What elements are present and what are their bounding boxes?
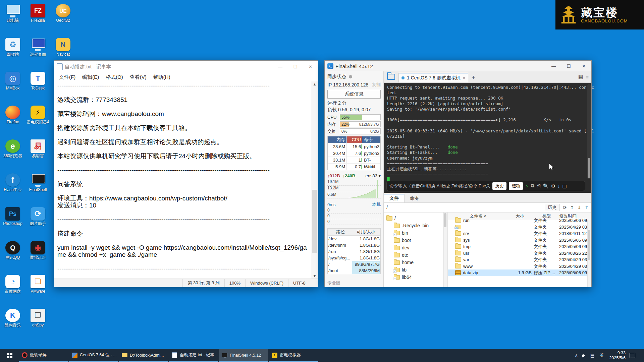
desktop-icon-todesk[interactable]: TToDesk — [25, 72, 51, 90]
volume-icon[interactable] — [582, 354, 586, 358]
desktop-icon-tencent-qq[interactable]: Q腾讯QQ — [0, 241, 25, 260]
upload-icon[interactable]: ⇑ — [585, 205, 589, 210]
ping-host[interactable]: 本机 — [372, 201, 381, 207]
new-tab-button[interactable]: + — [472, 74, 475, 81]
desktop-icon-mmbox[interactable]: ◎MMBox — [0, 72, 25, 90]
desktop-icon-ldplayer4[interactable]: ⚡雷电模拟器4 — [25, 106, 51, 124]
file-row[interactable]: run文件夹2025/05/06 09 — [448, 217, 591, 224]
desktop-icon-360-browser[interactable]: e360浏览器 — [0, 139, 25, 158]
close-tab-icon[interactable]: × — [463, 75, 466, 80]
action-center-icon[interactable] — [630, 353, 635, 358]
tree-item-dev[interactable]: dev — [386, 244, 443, 251]
ime-indicator[interactable]: 英 — [598, 352, 605, 359]
disk-row[interactable]: /boot88M/296M — [328, 267, 380, 274]
desktop-icon-this-pc[interactable]: 此电脑 — [0, 4, 25, 23]
command-input-bar[interactable]: 命令输入（双击Ctrl切换,Alt历史,Tab路径/命令,Esc关 历史 选项 … — [386, 181, 585, 191]
desktop-icon-uedit32[interactable]: UEUedit32 — [50, 4, 76, 23]
tab-files[interactable]: 文件 — [384, 194, 405, 202]
taskbar-item-folder[interactable]: D:\Toolbox\Admi... — [119, 349, 168, 362]
file-row[interactable]: var文件夹2025/04/29 03 — [448, 256, 591, 263]
desktop-icon-filezilla[interactable]: FZFileZilla — [25, 4, 51, 23]
desktop-icon-flash-center[interactable]: fFlash中心 — [0, 173, 25, 192]
menu-help[interactable]: 帮助(H) — [150, 73, 173, 81]
desktop-icon-recycle-bin[interactable]: ♻回收站 — [0, 38, 25, 57]
command-input[interactable]: 命令输入（双击Ctrl切换,Alt历史,Tab路径/命令,Esc关 — [389, 183, 490, 189]
options-button[interactable]: 选项 — [509, 182, 523, 190]
scrollbar-thumb[interactable] — [312, 190, 317, 253]
desktop-icon-yi-language[interactable]: 易易语言 — [25, 139, 51, 158]
menu-edit[interactable]: 编辑(E) — [79, 73, 102, 81]
file-list-scrollbar[interactable] — [587, 220, 591, 287]
disk-row[interactable]: /sys/fs/cg...1.8G/1.8G — [328, 255, 380, 261]
finalshell-titlebar[interactable]: >_ FinalShell 4.5.12 — ☐ ✕ — [325, 61, 591, 71]
system-info-button[interactable]: 系统信息 — [327, 90, 381, 99]
menu-view[interactable]: 查看(V) — [127, 73, 150, 81]
process-row[interactable]: 33.1M1BT-Panel — [328, 157, 380, 163]
disk-row[interactable]: /dev1.8G/1.8G — [328, 236, 380, 242]
history-button[interactable]: 历史 — [492, 182, 506, 190]
close-button[interactable]: ✕ — [576, 61, 591, 71]
minimize-button[interactable]: — — [546, 61, 561, 71]
tray-expand-icon[interactable]: ∧ — [575, 353, 578, 358]
file-list[interactable]: 文件名 ˄ 大小 类型 修改时间 run文件夹2025/05/06 09sbin… — [448, 213, 591, 287]
taskbar-item-ldplayer[interactable]: ⚡雷电模拟器 — [269, 349, 318, 362]
window-mode-icon[interactable]: ▢ — [562, 183, 567, 189]
terminal-scrollbar[interactable] — [587, 84, 591, 179]
copy-icon[interactable]: ⧉ — [531, 183, 534, 189]
file-row[interactable]: tmp文件夹2025/05/06 09 — [448, 243, 591, 250]
file-row[interactable]: usr文件夹2024/03/26 22 — [448, 250, 591, 257]
desktop-icon-firefox[interactable]: Firefox — [0, 106, 25, 124]
start-button[interactable] — [0, 349, 19, 362]
desktop-icon-baidu-netdisk[interactable]: ◔百度网盘 — [0, 275, 25, 294]
disk-row[interactable]: /run1.8G/1.8G — [328, 248, 380, 255]
tree-item-[interactable]: / — [386, 215, 443, 222]
touch-keyboard-icon[interactable]: ▤ — [590, 353, 594, 358]
maximize-button[interactable]: ☐ — [288, 61, 303, 73]
scroll-to-bottom-icon[interactable]: ↓ — [558, 183, 560, 189]
disk-row[interactable]: /89.8G/97.7G — [328, 261, 380, 267]
tab-commands[interactable]: 命令 — [405, 194, 425, 202]
notepad-vertical-scrollbar[interactable]: ▲ ▼ — [311, 81, 318, 279]
scrollbar-thumb[interactable] — [588, 158, 590, 178]
taskbar-item-record[interactable]: 傲软录屏 — [19, 349, 68, 362]
notepad-text-area[interactable]: ----------------------------------------… — [57, 82, 308, 279]
scroll-up-icon[interactable]: ▲ — [311, 82, 318, 86]
desktop-icon-remote-desktop[interactable]: 远程桌面 — [25, 38, 51, 57]
download-icon[interactable]: ⇓ — [578, 205, 582, 210]
file-row[interactable]: srv文件夹2018/04/11 12 — [448, 230, 591, 237]
desktop-icon-photoshop[interactable]: PsPhotoshop — [0, 207, 25, 226]
scroll-down-icon[interactable]: ▼ — [311, 274, 318, 278]
main-menu-icon[interactable]: ≡ — [586, 74, 589, 80]
taskbar-clock[interactable]: 9:33 2025/5/6 — [609, 351, 626, 361]
paste-icon[interactable]: ⎘ — [537, 183, 540, 189]
settings-gear-icon[interactable]: ⚙ — [551, 183, 555, 189]
close-button[interactable]: ✕ — [303, 61, 318, 73]
desktop-icon-vmware[interactable]: ❏VMware — [25, 275, 51, 294]
tree-item-bin[interactable]: ↗bin — [386, 229, 443, 237]
terminal-panel[interactable]: Connecting to tencent.91wann.com (tencen… — [384, 83, 591, 193]
process-row[interactable]: 5.9M0.7sshd — [328, 163, 380, 170]
tree-item-Recyclebin[interactable]: .Recycle_bin — [386, 222, 443, 229]
tree-item-etc[interactable]: etc — [386, 251, 443, 259]
desktop-icon-apowerrec[interactable]: ◉傲软录屏 — [25, 241, 51, 260]
tree-item-home[interactable]: home — [386, 259, 443, 266]
taskbar-item-notepad[interactable]: 自动搭建.txt - 记事... — [169, 349, 218, 362]
taskbar-item-vmware[interactable]: CentOS 7 64 位 - ... — [69, 349, 118, 362]
minimize-button[interactable]: — — [273, 61, 288, 73]
tree-scrollbar[interactable] — [443, 213, 448, 287]
directory-tree[interactable]: /.Recycle_bin↗binbootdevetchome↗lib↗lib6… — [384, 213, 443, 287]
desktop-icon-kugou-music[interactable]: K酷狗音乐 — [0, 309, 25, 327]
file-row[interactable]: sbin文件夹2025/04/29 03 — [448, 224, 591, 231]
taskbar-item-finalshell[interactable]: FinalShell 4.5.12 — [219, 349, 268, 362]
maximize-button[interactable]: ☐ — [561, 61, 576, 71]
disk-row[interactable]: /dev/shm1.8G/1.8G — [328, 242, 380, 248]
refresh-icon[interactable]: ⟳ — [563, 205, 567, 210]
tree-item-lib64[interactable]: ↗lib64 — [386, 274, 443, 281]
session-tab[interactable]: 1 CentOS 7.6-测试虚拟机 × — [398, 73, 468, 82]
notepad-titlebar[interactable]: 自动搭建.txt - 记事本 — ☐ ✕ — [54, 61, 318, 73]
process-table[interactable]: 内存 CPU 命令 28.6M15.6python330.4M7.6python… — [327, 136, 381, 170]
desktop-icon-finalshell[interactable]: FinalShell — [25, 173, 51, 192]
copy-ip-button[interactable]: 复制 — [372, 82, 381, 88]
scrollbar-thumb[interactable] — [588, 230, 590, 260]
menu-file[interactable]: 文件(F) — [56, 73, 78, 81]
